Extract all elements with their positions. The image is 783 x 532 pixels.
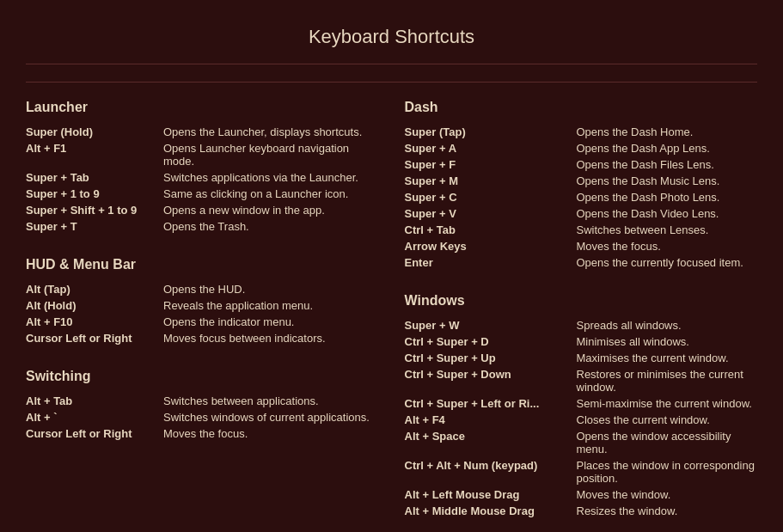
shortcut-row: Alt + F4Closes the current window. bbox=[405, 413, 758, 426]
shortcut-desc: Moves the focus. bbox=[163, 427, 248, 440]
shortcut-row: Alt (Tap)Opens the HUD. bbox=[26, 283, 379, 296]
shortcut-desc: Opens the window accessibility menu. bbox=[577, 430, 758, 456]
shortcut-desc: Resizes the window. bbox=[577, 504, 678, 517]
shortcut-desc: Opens a new window in the app. bbox=[163, 204, 325, 217]
shortcut-key: Alt + Left Mouse Drag bbox=[405, 488, 577, 501]
shortcut-desc: Opens the Dash Music Lens. bbox=[577, 174, 720, 187]
shortcut-row: Alt + Middle Mouse DragResizes the windo… bbox=[405, 504, 758, 517]
page-title: Keyboard Shortcuts bbox=[26, 17, 757, 64]
shortcut-key: Super (Hold) bbox=[26, 125, 163, 138]
shortcut-desc: Reveals the application menu. bbox=[163, 299, 313, 312]
shortcut-key: Alt + F4 bbox=[405, 413, 577, 426]
shortcut-key: Alt + F1 bbox=[26, 142, 163, 155]
shortcut-desc: Opens Launcher keyboard navigation mode. bbox=[163, 142, 379, 168]
switching-title: Switching bbox=[26, 369, 379, 384]
shortcut-desc: Semi-maximise the current window. bbox=[577, 397, 752, 410]
shortcut-desc: Closes the current window. bbox=[577, 413, 710, 426]
shortcut-key: Super + F bbox=[405, 158, 577, 171]
shortcut-key: Super + Shift + 1 to 9 bbox=[26, 204, 163, 217]
shortcut-key: Alt + Tab bbox=[26, 394, 163, 407]
shortcut-key: Super + A bbox=[405, 142, 577, 155]
windows-section: Windows Super + WSpreads all windows.Ctr… bbox=[405, 293, 758, 517]
shortcut-row: Ctrl + Super + DMinimises all windows. bbox=[405, 335, 758, 348]
shortcut-key: Ctrl + Super + Up bbox=[405, 352, 577, 364]
dash-title: Dash bbox=[405, 100, 758, 115]
shortcut-key: Ctrl + Super + Down bbox=[405, 368, 577, 381]
shortcut-row: Alt + F1Opens Launcher keyboard navigati… bbox=[26, 142, 379, 168]
shortcut-row: Super + COpens the Dash Photo Lens. bbox=[405, 191, 758, 204]
shortcut-key: Super + W bbox=[405, 319, 577, 332]
shortcut-key: Super + V bbox=[405, 207, 577, 220]
shortcut-desc: Minimises all windows. bbox=[577, 335, 689, 348]
shortcut-desc: Opens the Launcher, displays shortcuts. bbox=[163, 125, 362, 138]
shortcut-desc: Switches windows of current applications… bbox=[163, 411, 370, 424]
shortcut-desc: Switches between applications. bbox=[163, 394, 319, 407]
shortcut-key: Alt + Space bbox=[405, 430, 577, 443]
shortcut-row: Alt + `Switches windows of current appli… bbox=[26, 411, 379, 424]
shortcut-row: Super (Hold)Opens the Launcher, displays… bbox=[26, 125, 379, 138]
shortcut-key: Alt + Middle Mouse Drag bbox=[405, 504, 577, 517]
shortcut-row: Super + WSpreads all windows. bbox=[405, 319, 758, 332]
hud-title: HUD & Menu Bar bbox=[26, 257, 379, 272]
shortcut-desc: Opens the Dash App Lens. bbox=[577, 142, 710, 155]
shortcut-desc: Maximises the current window. bbox=[577, 352, 729, 364]
shortcut-row: Super + Shift + 1 to 9Opens a new window… bbox=[26, 204, 379, 217]
shortcut-desc: Switches between Lenses. bbox=[577, 223, 709, 236]
shortcut-desc: Opens the Dash Photo Lens. bbox=[577, 191, 720, 204]
launcher-title: Launcher bbox=[26, 100, 379, 115]
windows-title: Windows bbox=[405, 293, 758, 309]
shortcut-desc: Switches applications via the Launcher. bbox=[163, 171, 358, 184]
shortcut-key: Alt (Hold) bbox=[26, 299, 163, 312]
shortcut-desc: Restores or minimises the current window… bbox=[577, 368, 758, 394]
shortcut-key: Alt + F10 bbox=[26, 315, 163, 328]
left-column: Launcher Super (Hold)Opens the Launcher,… bbox=[26, 100, 379, 532]
shortcut-row: Super + TOpens the Trash. bbox=[26, 220, 379, 233]
columns-layout: Launcher Super (Hold)Opens the Launcher,… bbox=[26, 100, 757, 532]
shortcut-desc: Same as clicking on a Launcher icon. bbox=[163, 187, 348, 200]
shortcut-key: Alt (Tap) bbox=[26, 283, 163, 296]
shortcut-key: Super + M bbox=[405, 174, 577, 187]
hud-section: HUD & Menu Bar Alt (Tap)Opens the HUD.Al… bbox=[26, 257, 379, 345]
launcher-section: Launcher Super (Hold)Opens the Launcher,… bbox=[26, 100, 379, 233]
shortcut-key: Ctrl + Super + Left or Ri... bbox=[405, 397, 577, 410]
shortcut-key: Super + Tab bbox=[26, 171, 163, 184]
shortcut-row: Ctrl + Super + Left or Ri...Semi-maximis… bbox=[405, 397, 758, 410]
shortcut-row: Super + TabSwitches applications via the… bbox=[26, 171, 379, 184]
right-column: Dash Super (Tap)Opens the Dash Home.Supe… bbox=[405, 100, 758, 532]
shortcut-desc: Opens the HUD. bbox=[163, 283, 245, 296]
shortcut-key: Super (Tap) bbox=[405, 125, 577, 138]
shortcut-row: Super + MOpens the Dash Music Lens. bbox=[405, 174, 758, 187]
shortcut-key: Cursor Left or Right bbox=[26, 427, 163, 440]
shortcut-key: Arrow Keys bbox=[405, 240, 577, 253]
shortcut-desc: Opens the Trash. bbox=[163, 220, 249, 233]
shortcut-key: Super + T bbox=[26, 220, 163, 233]
launcher-shortcuts: Super (Hold)Opens the Launcher, displays… bbox=[26, 125, 379, 233]
shortcut-row: Super (Tap)Opens the Dash Home. bbox=[405, 125, 758, 138]
title-divider bbox=[26, 82, 757, 83]
switching-section: Switching Alt + TabSwitches between appl… bbox=[26, 369, 379, 440]
shortcut-row: Arrow KeysMoves the focus. bbox=[405, 240, 758, 253]
shortcut-desc: Moves the window. bbox=[577, 488, 671, 501]
shortcut-key: Alt + ` bbox=[26, 411, 163, 424]
shortcut-desc: Spreads all windows. bbox=[577, 319, 682, 332]
shortcut-row: Ctrl + Super + DownRestores or minimises… bbox=[405, 368, 758, 394]
shortcut-desc: Moves focus between indicators. bbox=[163, 332, 326, 345]
shortcut-row: Ctrl + Alt + Num (keypad)Places the wind… bbox=[405, 459, 758, 485]
shortcut-key: Ctrl + Super + D bbox=[405, 335, 577, 348]
shortcut-row: Ctrl + Super + UpMaximises the current w… bbox=[405, 352, 758, 364]
shortcut-row: Super + AOpens the Dash App Lens. bbox=[405, 142, 758, 155]
windows-shortcuts: Super + WSpreads all windows.Ctrl + Supe… bbox=[405, 319, 758, 517]
shortcut-key: Ctrl + Tab bbox=[405, 223, 577, 236]
shortcut-key: Ctrl + Alt + Num (keypad) bbox=[405, 459, 577, 472]
shortcut-row: Alt + F10Opens the indicator menu. bbox=[26, 315, 379, 328]
shortcut-desc: Opens the indicator menu. bbox=[163, 315, 294, 328]
shortcut-desc: Places the window in corresponding posit… bbox=[577, 459, 758, 485]
shortcut-desc: Opens the Dash Home. bbox=[577, 125, 694, 138]
shortcut-key: Super + 1 to 9 bbox=[26, 187, 163, 200]
shortcut-key: Cursor Left or Right bbox=[26, 332, 163, 345]
shortcut-row: Alt + SpaceOpens the window accessibilit… bbox=[405, 430, 758, 456]
switching-shortcuts: Alt + TabSwitches between applications.A… bbox=[26, 394, 379, 440]
shortcut-row: Super + 1 to 9Same as clicking on a Laun… bbox=[26, 187, 379, 200]
shortcut-row: Cursor Left or RightMoves focus between … bbox=[26, 332, 379, 345]
shortcut-row: Alt + TabSwitches between applications. bbox=[26, 394, 379, 407]
